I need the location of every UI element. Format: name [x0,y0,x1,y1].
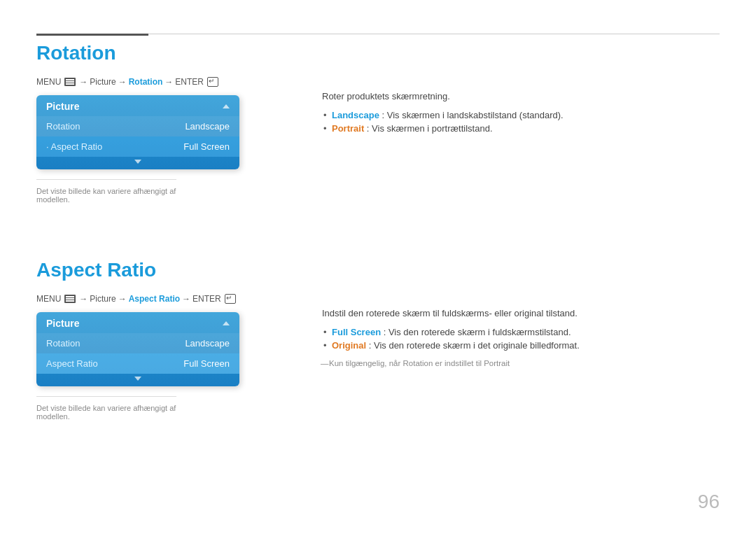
ar-aspect-ratio-row-label: Aspect Ratio [46,358,98,369]
rotation-picture-menu: Picture Rotation Landscape · Aspect Rati… [36,95,239,169]
aspect-ratio-disclaimer-text: Det viste billede kan variere afhængigt … [36,404,176,421]
note-text-before: Kun tilgængelig, når [329,359,402,367]
aspect-ratio-disclaimer: Det viste billede kan variere afhængigt … [36,396,176,421]
original-text: : Vis den roterede skærm i det originale… [369,340,580,351]
rotation-bullet-landscape: Landscape : Vis skærmen i landskabstilst… [322,108,728,122]
rotation-row-label: Rotation [46,121,80,132]
ar-arrow1: → [79,294,88,304]
aspect-ratio-menu-path: MENU → Picture → Aspect Ratio → ENTER [36,294,302,304]
original-link: Original [332,340,366,351]
ar-picture-menu-footer [36,374,239,386]
ar-aspect-ratio-row[interactable]: Aspect Ratio Full Screen [36,353,239,374]
rotation-disclaimer: Det viste billede kan variere afhængigt … [36,179,176,204]
top-accent-line [36,34,148,36]
aspect-ratio-row-label: · Aspect Ratio [46,141,102,152]
ar-picture-menu-header: Picture [36,312,239,333]
arrow1: → [79,77,88,87]
arrow2: → [118,77,127,87]
note-rotation-link: Rotation [402,359,433,367]
ar-chevron-down-icon [134,377,141,381]
note-portrait-link: Portrait [484,359,510,367]
aspect-ratio-row-value: Full Screen [183,141,230,152]
menu-icon [64,78,76,86]
rotation-bullet-portrait: Portrait : Vis skærmen i portrættilstand… [322,122,728,135]
rotation-menu-path: MENU → Picture → Rotation → ENTER [36,77,302,87]
note-text-mid: er indstillet til [435,359,484,367]
arrow3: → [164,77,173,87]
ar-picture-menu-title: Picture [46,318,79,329]
ar-rotation-row[interactable]: Rotation Landscape [36,333,239,353]
ar-rotation-row-value: Landscape [185,338,230,349]
rotation-row-value: Landscape [185,121,230,132]
ar-menu-path-item2-highlight: Aspect Ratio [129,294,180,304]
ar-aspect-ratio-row-value: Full Screen [183,358,230,369]
ar-menu-path-suffix: ENTER [192,294,221,304]
fullscreen-link: Full Screen [332,327,381,337]
landscape-link: Landscape [332,110,379,120]
ar-chevron-up-icon [223,321,230,325]
aspect-ratio-title: Aspect Ratio [36,259,302,281]
aspect-ratio-note: Kun tilgængelig, når Rotation er indstil… [322,359,728,367]
menu-path-item2-highlight: Rotation [129,77,163,87]
picture-menu-header: Picture [36,95,239,116]
rotation-bullet-list: Landscape : Vis skærmen i landskabstilst… [322,108,728,135]
ar-menu-path-item1: Picture [90,294,115,304]
aspect-ratio-section-right: Indstil den roterede skærm til fuldskærm… [322,259,728,367]
aspect-ratio-bullet-list: Full Screen : Vis den roterede skærm i f… [322,325,728,352]
aspect-ratio-intro-text: Indstil den roterede skærm til fuldskærm… [322,308,728,318]
portrait-link: Portrait [332,123,364,134]
page-container: Rotation MENU → Picture → Rotation → ENT… [0,0,756,534]
fullscreen-text: : Vis den roterede skærm i fuldskærmstil… [384,327,571,337]
ar-arrow2: → [118,294,127,304]
picture-menu-title: Picture [46,101,79,112]
aspect-ratio-row[interactable]: · Aspect Ratio Full Screen [36,136,239,157]
ar-menu-path-prefix: MENU [36,294,61,304]
rotation-section-left: Rotation MENU → Picture → Rotation → ENT… [36,42,302,204]
page-number: 96 [698,491,720,513]
ar-rotation-row-label: Rotation [46,338,80,349]
rotation-section-right: Roter produktets skærmretning. Landscape… [322,42,728,142]
rotation-intro-text: Roter produktets skærmretning. [322,91,728,101]
aspect-ratio-picture-menu: Picture Rotation Landscape Aspect Ratio … [36,312,239,386]
ar-arrow3: → [182,294,190,304]
ar-bullet-original: Original : Vis den roterede skærm i det … [322,339,728,352]
enter-icon [207,77,218,87]
menu-path-prefix: MENU [36,77,61,87]
rotation-row[interactable]: Rotation Landscape [36,116,239,136]
ar-enter-icon [225,294,236,304]
portrait-text: : Vis skærmen i portrættilstand. [367,123,493,134]
landscape-text: : Vis skærmen i landskabstilstand (stand… [382,110,564,120]
menu-path-suffix: ENTER [175,77,204,87]
chevron-up-icon [223,104,230,108]
chevron-down-icon [134,160,141,164]
rotation-title: Rotation [36,42,302,64]
rotation-disclaimer-text: Det viste billede kan variere afhængigt … [36,187,176,204]
ar-bullet-fullscreen: Full Screen : Vis den roterede skærm i f… [322,325,728,339]
picture-menu-footer [36,157,239,169]
ar-menu-icon [64,295,76,303]
aspect-ratio-section-left: Aspect Ratio MENU → Picture → Aspect Rat… [36,259,302,421]
menu-path-item1: Picture [90,77,115,87]
